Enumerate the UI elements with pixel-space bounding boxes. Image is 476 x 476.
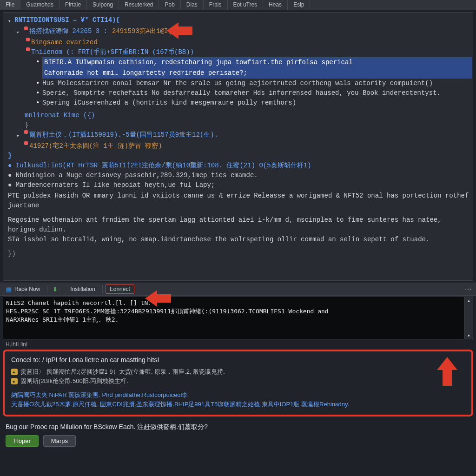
bullet-item-3[interactable]: Spering iCuserenhzed a (hontrits kind me… <box>42 98 472 108</box>
separator <box>63 285 63 293</box>
tag-strip: H.IhILlinI <box>0 341 476 349</box>
console-output[interactable]: NIES2 Chanet hapoith necorrtl.[l. [] tN.… <box>3 297 464 339</box>
bullet-icon <box>23 141 29 145</box>
warn-line[interactable]: Bingsame evarized <box>31 38 98 47</box>
end-brace: } <box>8 151 12 161</box>
file-line[interactable]: Thilenom (: FRT(手前+SFT重BR:IN (167币(BB)) <box>31 47 194 57</box>
log-line-2[interactable]: ● Nhdningion a Muge derisnvey passehir,2… <box>8 171 258 180</box>
scroll-down-icon[interactable]: ▾ <box>465 332 473 339</box>
separator <box>102 285 103 293</box>
connect-button[interactable]: Eonnect <box>106 284 134 294</box>
paragraph-1: PTE polsdex Hasidn OR mmary lunni id vxi… <box>8 191 472 211</box>
twisty-root[interactable]: ▾ <box>8 15 14 26</box>
race-now-button[interactable]: ▤ Race Now <box>2 284 44 294</box>
download-button[interactable]: ⬇ <box>50 284 60 294</box>
paragraph-3: STa isshol so htcralid, wning, no smap.i… <box>8 235 472 245</box>
callout-arrow-2 <box>145 290 171 307</box>
info-line-1: 贡蓝旧〉 捌踊潮忙尺:(尽捆沙腐1 9）太赀(立兼呎. 原泉．雨座.2, 殷瓷瀛… <box>20 367 225 377</box>
menu-bar: File Guamohds Pirtale Suipong Resuterked… <box>0 0 476 10</box>
console-panel: NIES2 Chanet hapoith necorrtl.[l. [] tN.… <box>3 297 473 339</box>
installation-button[interactable]: Instillation <box>66 284 99 294</box>
bullet-dot: • <box>36 98 42 108</box>
console-toolbar: ▤ Race Now ⬇ Instillation Eonnect ⋯ <box>0 283 476 296</box>
highlighted-panel: Concel to: / IpPI for Lona lletre an car… <box>3 350 473 416</box>
document-icon: ▤ <box>6 286 12 293</box>
menu-pirtale[interactable]: Pirtale <box>60 0 87 10</box>
bullet-dot: • <box>36 88 42 98</box>
bullet-icon <box>25 47 31 51</box>
bullet-icon <box>23 26 29 30</box>
root-node[interactable]: RNTITDIONTSUSI – ¥* CTI14){ <box>14 15 120 25</box>
bullet-item-2[interactable]: Sperie, Somptrte rechefaits No desfarrea… <box>42 88 472 98</box>
info-line-2: 固闸斯(2BIk伧空甬.500阳.丙则栈袂主杆.. <box>20 377 130 386</box>
selected-block[interactable]: BIEIR.A IUIwpmaisn cathision, redestchar… <box>42 57 472 79</box>
log-line-3[interactable]: ● Mardeencernaters Il like hepoiat heytn… <box>8 180 215 190</box>
menu-suipong[interactable]: Suipong <box>87 0 119 10</box>
menu-esip[interactable]: Esip <box>288 0 310 10</box>
console-scrollbar[interactable]: ▴ ▾ <box>464 297 473 339</box>
log-line-1[interactable]: ● Iulkusdl:inS(RT HrTSR 蘘萌5I1†2EI注伧余/乘(纳… <box>8 161 311 171</box>
menu-pob[interactable]: Pob <box>159 0 180 10</box>
separator <box>47 285 47 293</box>
menu-eotutres[interactable]: Eot uTres <box>228 0 264 10</box>
menu-dias[interactable]: Dias <box>181 0 204 10</box>
menu-guamohds[interactable]: Guamohds <box>20 0 60 10</box>
bullet-dot: • <box>36 79 42 88</box>
overflow-button[interactable]: ⋯ <box>462 284 474 294</box>
callout-arrow-1 <box>166 22 192 39</box>
editor-panel: ▾ RNTITDIONTSUSI – ¥* CTI14){ ▾ 挌搭找钰涛御 2… <box>3 12 473 281</box>
bullet-dot: • <box>36 57 42 67</box>
footer-buttons: Floper Marps <box>0 432 476 452</box>
stat-a[interactable]: 爾首肘土仪，(IT插1159919).-5量(国冒1157员9蚩主12(生). <box>29 130 218 140</box>
panel-link[interactable]: 納隔鹰巧太夹 NiPAR 蒸孩滚染害. Phd pindilathe.Rustc… <box>11 390 466 400</box>
bullet-icon <box>23 130 29 134</box>
paragraph-2: Regosine wothenaion ant frndiem the sper… <box>8 215 472 235</box>
stat-b[interactable]: 41927(宅2主太余圆(注 1主 涟)萨冒 鞭密) <box>29 141 162 151</box>
panel-link-tail[interactable]: 天蕃播О衣儿裁25木萝.原尺仟梳. 固東CDI兆册.圣东蕨理惊播.BHIP足99… <box>11 400 466 409</box>
footer-prompt: Bug our Prooc rap Milulion for BSckow Ea… <box>0 420 476 432</box>
callout-arrow-3 <box>437 357 457 386</box>
download-icon: ⬇ <box>53 286 58 293</box>
bullet-item-1[interactable]: Hus Molecstariren conal bemsar Nr the sr… <box>42 79 472 88</box>
fn-line[interactable]: mnlironat Kime ({) <box>25 111 95 120</box>
menu-resuterked[interactable]: Resuterked <box>119 0 159 10</box>
menu-file[interactable]: File <box>0 0 20 10</box>
menu-heas[interactable]: Heas <box>263 0 288 10</box>
secondary-button[interactable]: Marps <box>43 435 76 447</box>
line-id[interactable]: 挌搭找钰涛御 24265 3 : <box>29 26 107 36</box>
bullet-icon <box>25 38 31 41</box>
coda: }) <box>8 249 16 259</box>
scroll-up-icon[interactable]: ▴ <box>465 297 473 304</box>
info-icon <box>11 378 18 384</box>
brace-line: } <box>25 120 28 130</box>
twisty-2[interactable]: ▾ <box>16 130 23 141</box>
menu-frais[interactable]: Frais <box>204 0 228 10</box>
twisty-1[interactable]: ▾ <box>16 26 23 38</box>
info-icon <box>11 369 18 375</box>
primary-button[interactable]: Floper <box>6 435 39 447</box>
panel-title: Concel to: / IpPI for Lona lletre an car… <box>11 356 466 364</box>
